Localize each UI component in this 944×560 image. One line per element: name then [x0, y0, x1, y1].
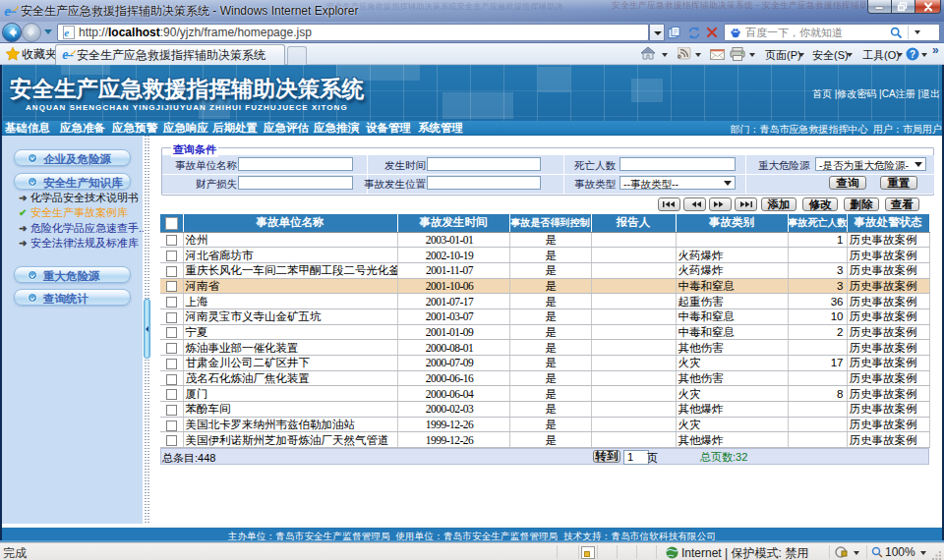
svg-text:e: e: [4, 3, 11, 19]
svg-text:?: ?: [910, 49, 915, 60]
svg-text:e: e: [62, 47, 68, 62]
svg-text:e: e: [64, 27, 69, 38]
